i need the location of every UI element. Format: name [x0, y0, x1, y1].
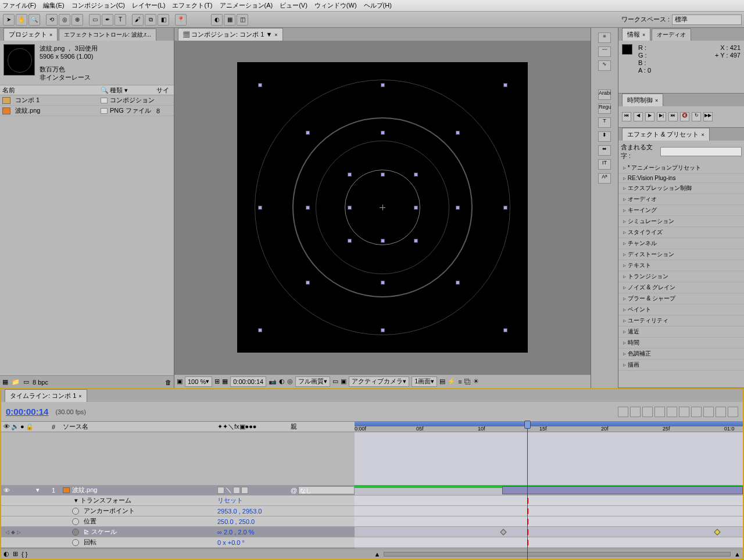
- effects-category[interactable]: ブラー & シャープ: [618, 293, 744, 304]
- effects-category[interactable]: キーイング: [618, 205, 744, 216]
- align-panel-icon[interactable]: ≡: [598, 33, 611, 43]
- view-layout-icon[interactable]: ▭: [332, 378, 338, 385]
- toolbar-extra1-icon[interactable]: ◐: [211, 14, 223, 26]
- timeline-icon[interactable]: ≡: [458, 378, 462, 385]
- tl-icon[interactable]: [642, 407, 653, 417]
- vert-text-icon[interactable]: IT: [598, 159, 611, 170]
- opacity-row[interactable]: ◁◆▷ ⊵ 不透明度 89 %: [1, 548, 743, 548]
- close-icon[interactable]: ×: [49, 32, 52, 38]
- layer-handle[interactable]: [348, 206, 352, 210]
- pan-behind-tool-icon[interactable]: ⊕: [71, 14, 83, 26]
- exposure-icon[interactable]: ☀: [473, 378, 479, 385]
- zoom-slider[interactable]: [384, 552, 731, 557]
- hand-tool-icon[interactable]: ✋: [16, 14, 27, 26]
- text-size-icon[interactable]: T: [598, 117, 611, 128]
- position-value[interactable]: 250.0 , 250.0: [215, 518, 355, 525]
- menu-edit[interactable]: 編集(E): [43, 1, 65, 10]
- layer-handle[interactable]: [306, 206, 310, 210]
- tl-icon[interactable]: [654, 407, 665, 417]
- menu-file[interactable]: ファイル(F): [2, 1, 36, 10]
- effects-category[interactable]: 時間: [618, 338, 744, 349]
- layer-handle[interactable]: [456, 281, 460, 285]
- close-icon[interactable]: ×: [78, 393, 81, 399]
- effects-category[interactable]: チャンネル: [618, 238, 744, 249]
- mute-icon[interactable]: 🔇: [680, 112, 689, 121]
- next-kf-icon[interactable]: ▷: [17, 529, 21, 535]
- tl-icon[interactable]: [679, 407, 689, 417]
- effects-category[interactable]: ノイズ & グレイン: [618, 282, 744, 293]
- time-ruler[interactable]: 0:00f05f10f15f20f25f01:0: [355, 422, 743, 432]
- char-panel-mini[interactable]: Arabi: [598, 89, 611, 100]
- effects-category[interactable]: オーディオ: [618, 194, 744, 205]
- layer-handle[interactable]: [306, 281, 310, 285]
- puppet-tool-icon[interactable]: 📍: [175, 14, 187, 26]
- effects-category[interactable]: テキスト: [618, 260, 744, 271]
- brush-tool-icon[interactable]: 🖌: [132, 14, 144, 26]
- composition-viewer[interactable]: [174, 41, 591, 374]
- position-row[interactable]: 位置 250.0 , 250.0: [1, 516, 743, 527]
- ram-preview-icon[interactable]: ▶▶: [703, 112, 713, 121]
- pixel-aspect-icon[interactable]: ▤: [439, 378, 445, 385]
- last-frame-icon[interactable]: ⏭: [668, 112, 678, 121]
- baseline-icon[interactable]: Aª: [598, 173, 611, 184]
- tl-icon[interactable]: [691, 407, 702, 417]
- project-item-png[interactable]: 波紋.png PNG ファイル 8: [0, 106, 174, 116]
- layer-handle[interactable]: [503, 83, 507, 87]
- col-size[interactable]: サイ: [156, 86, 174, 95]
- toggle-modes-icon[interactable]: ⊞: [13, 550, 18, 558]
- timecode-display[interactable]: 0:00:00:14: [230, 376, 266, 387]
- layer-row-1[interactable]: 👁 ▾ 1 波紋.png ＼ @なし: [1, 485, 743, 496]
- pen-tool-icon[interactable]: ✒: [102, 14, 113, 26]
- effects-category[interactable]: 遠近: [618, 326, 744, 338]
- current-time-display[interactable]: 0:00:00:14: [6, 407, 48, 417]
- close-icon[interactable]: ×: [274, 32, 277, 38]
- menu-help[interactable]: ヘルプ(H): [364, 1, 392, 10]
- fast-preview-icon[interactable]: ⚡: [448, 378, 456, 385]
- effects-search-input[interactable]: [660, 147, 742, 156]
- layer-handle[interactable]: [348, 173, 352, 177]
- tracking-icon[interactable]: ⬌: [598, 145, 611, 156]
- layer-handle[interactable]: [414, 206, 418, 210]
- layer-handle[interactable]: [381, 239, 385, 243]
- project-tab[interactable]: プロジェクト×: [3, 28, 58, 41]
- tl-icon[interactable]: [630, 407, 641, 417]
- menu-view[interactable]: ビュー(V): [280, 1, 307, 10]
- quality-dropdown[interactable]: フル画質 ▾: [295, 376, 330, 387]
- camera-dropdown[interactable]: アクティブカメラ ▾: [349, 376, 409, 387]
- layer-handle[interactable]: [503, 206, 507, 210]
- menu-composition[interactable]: コンポジション(C): [71, 1, 125, 10]
- rotation-row[interactable]: 回転 0 x +0.0 °: [1, 537, 743, 548]
- zoom-out-icon[interactable]: ▲: [374, 551, 380, 558]
- prev-kf-icon[interactable]: ◁: [5, 529, 9, 535]
- menu-window[interactable]: ウィンドウ(W): [314, 1, 357, 10]
- loop-icon[interactable]: ↻: [692, 112, 701, 121]
- leading-icon[interactable]: ⬍: [598, 131, 611, 142]
- rotation-value[interactable]: 0 x +0.0 °: [215, 539, 355, 546]
- play-icon[interactable]: ▶: [645, 112, 654, 121]
- layer-handle[interactable]: [258, 328, 262, 332]
- col-type[interactable]: 種類 ▾: [110, 86, 156, 95]
- workspace-dropdown[interactable]: 標準: [672, 15, 742, 25]
- snapshot-icon[interactable]: 📷: [269, 378, 277, 385]
- next-frame-icon[interactable]: ▶|: [657, 112, 666, 121]
- effects-category[interactable]: ペイント: [618, 304, 744, 315]
- visibility-toggle[interactable]: 👁: [3, 487, 10, 494]
- brackets-icon[interactable]: { }: [22, 551, 27, 558]
- layer-handle[interactable]: [381, 281, 385, 285]
- info-tab[interactable]: 情報×: [622, 28, 650, 41]
- layer-handle[interactable]: [381, 328, 385, 332]
- layer-handle[interactable]: [348, 239, 352, 243]
- region-icon[interactable]: ◎: [287, 378, 293, 385]
- new-comp-icon[interactable]: ▭: [23, 378, 29, 386]
- tl-icon[interactable]: [716, 407, 726, 417]
- prev-frame-icon[interactable]: ◀: [634, 112, 643, 121]
- layer-handle[interactable]: [414, 173, 418, 177]
- layer-handle[interactable]: [258, 206, 262, 210]
- composition-tab[interactable]: ▦ コンポジション: コンポ 1 ▼×: [178, 28, 283, 41]
- toggle-switches-icon[interactable]: ◐: [3, 550, 9, 558]
- effects-category[interactable]: ディストーション: [618, 249, 744, 260]
- time-controls-tab[interactable]: 時間制御×: [622, 94, 663, 106]
- layer-handle[interactable]: [381, 83, 385, 87]
- char-panel-mini2[interactable]: Regu: [598, 103, 611, 114]
- stopwatch-icon[interactable]: [72, 529, 79, 536]
